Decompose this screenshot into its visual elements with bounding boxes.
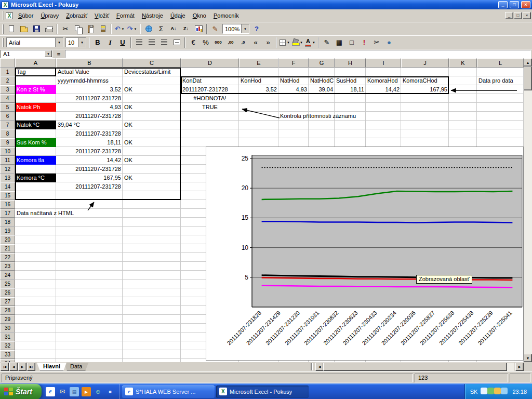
horizontal-scroll-thumb[interactable]: [323, 363, 507, 371]
cell-B2[interactable]: yyyymmdd-hhmmss: [56, 76, 123, 85]
cell-B3[interactable]: 3,52: [56, 85, 123, 94]
custom-tool-4-button[interactable]: !: [358, 37, 370, 48]
row-header-27[interactable]: 27: [0, 297, 15, 306]
cell-L2[interactable]: Data pro data: [477, 76, 524, 85]
font-size-combo-dropdown-icon[interactable]: ▼: [78, 38, 86, 47]
taskbar-clock[interactable]: 23:18: [512, 389, 527, 395]
row-header-9[interactable]: 9: [0, 138, 15, 147]
cell-A17[interactable]: Data načítaná z HTML: [15, 209, 75, 218]
cell-B11[interactable]: 14,42: [56, 156, 123, 165]
help-button[interactable]: ?: [251, 23, 262, 35]
row-header-20[interactable]: 20: [0, 235, 15, 244]
column-header-C[interactable]: C: [123, 58, 181, 68]
workbook-close-button[interactable]: ×: [523, 12, 531, 19]
fill-color-dropdown-icon[interactable]: ▼: [300, 41, 303, 44]
cell-B8[interactable]: 20111207-231728: [56, 129, 123, 138]
insert-hyperlink-button[interactable]: [143, 23, 154, 35]
quick-launch-app-icon[interactable]: ■: [105, 387, 115, 396]
standard-toolbar-grip[interactable]: [2, 24, 4, 34]
tray-icon-1[interactable]: [481, 388, 487, 394]
font-color-dropdown-icon[interactable]: ▼: [312, 41, 315, 44]
row-header-28[interactable]: 28: [0, 306, 15, 315]
custom-tool-3-button[interactable]: □: [346, 37, 357, 48]
row-header-14[interactable]: 14: [0, 182, 15, 191]
column-header-F[interactable]: F: [278, 58, 309, 68]
cell-B6[interactable]: 20111207-231728: [56, 112, 123, 121]
cell-E3[interactable]: 3,52: [239, 85, 278, 94]
cell-F2[interactable]: NatHod: [278, 76, 309, 85]
borders-dropdown-icon[interactable]: ▼: [287, 41, 290, 44]
format-painter-button[interactable]: [97, 23, 109, 35]
zoom-combo[interactable]: 100%▼: [222, 24, 249, 34]
font-size-combo[interactable]: 10▼: [65, 37, 86, 47]
last-sheet-button[interactable]: ▶|: [27, 363, 35, 371]
quick-launch-desk-icon[interactable]: ▤: [70, 387, 79, 396]
cell-G2[interactable]: NatHodC: [309, 76, 335, 85]
row-header-17[interactable]: 17: [0, 209, 15, 218]
tray-icon-3[interactable]: [494, 388, 501, 394]
cell-A13[interactable]: Komora °C: [15, 174, 56, 182]
sort-descending-button[interactable]: Z↓: [180, 23, 192, 35]
cell-B10[interactable]: 20111207-231728: [56, 147, 123, 156]
undo-dropdown-icon[interactable]: ▼: [121, 28, 124, 31]
redo-button[interactable]: ↷▼: [126, 23, 138, 35]
menubar-grip[interactable]: [3, 11, 4, 20]
row-header-2[interactable]: 2: [0, 76, 15, 85]
percent-style-button[interactable]: %: [200, 37, 211, 48]
redo-dropdown-icon[interactable]: ▼: [134, 28, 137, 31]
decrease-indent-button[interactable]: «: [250, 37, 261, 48]
row-header-22[interactable]: 22: [0, 253, 15, 262]
cell-D5[interactable]: TRUE: [181, 103, 239, 112]
workbook-icon[interactable]: X: [6, 12, 13, 19]
menu-data[interactable]: Údaje: [167, 11, 189, 20]
cell-I2[interactable]: KomoraHod: [366, 76, 401, 85]
zoom-combo-dropdown-icon[interactable]: ▼: [241, 24, 249, 33]
cell-B4[interactable]: 20111207-231728: [56, 94, 123, 103]
column-header-G[interactable]: G: [309, 58, 335, 68]
taskbar-task-1[interactable]: eS*HALA WEB Server ...: [122, 385, 215, 398]
row-header-11[interactable]: 11: [0, 156, 15, 165]
close-button[interactable]: ×: [521, 1, 530, 8]
row-header-21[interactable]: 21: [0, 244, 15, 253]
currency-style-button[interactable]: €: [188, 37, 199, 48]
fill-color-button[interactable]: ▼: [291, 37, 303, 48]
cell-B5[interactable]: 4,93: [56, 103, 123, 112]
column-header-J[interactable]: J: [401, 58, 449, 68]
cell-G3[interactable]: 39,04: [309, 85, 335, 94]
scroll-up-button[interactable]: ▲: [524, 58, 532, 66]
quick-launch-msgr-icon[interactable]: ☺: [94, 387, 103, 396]
open-folder-button[interactable]: [18, 23, 30, 35]
chart-wizard-button[interactable]: [193, 23, 204, 35]
grid-body[interactable]: TagActual ValueDevicestatus/Limityyyymmd…: [15, 68, 524, 362]
embedded-chart[interactable]: 51015202520111207-23182820111207-2314292…: [206, 147, 524, 361]
increase-indent-button[interactable]: »: [262, 37, 274, 48]
undo-button[interactable]: ↶▼: [114, 23, 125, 35]
underline-button[interactable]: U: [117, 37, 128, 48]
taskbar-task-2[interactable]: XMicrosoft Excel - Pokusy: [216, 385, 309, 398]
cell-A1[interactable]: Tag: [15, 68, 56, 76]
align-center-button[interactable]: [146, 37, 157, 48]
start-button[interactable]: Štart: [0, 384, 42, 399]
row-header-30[interactable]: 30: [0, 324, 15, 332]
row-header-18[interactable]: 18: [0, 218, 15, 227]
sheet-tab-hlavni[interactable]: Hlavni: [37, 363, 66, 371]
cell-I3[interactable]: 14,42: [366, 85, 401, 94]
first-sheet-button[interactable]: |◀: [1, 363, 9, 371]
cell-B13[interactable]: 167,95: [56, 174, 123, 182]
workbook-minimize-button[interactable]: _: [505, 12, 513, 19]
row-header-4[interactable]: 4: [0, 94, 15, 103]
row-header-26[interactable]: 26: [0, 288, 15, 297]
language-indicator[interactable]: SK: [470, 389, 478, 395]
row-header-5[interactable]: 5: [0, 103, 15, 112]
row-header-15[interactable]: 15: [0, 191, 15, 200]
row-header-7[interactable]: 7: [0, 121, 15, 129]
row-header-29[interactable]: 29: [0, 315, 15, 324]
cell-J3[interactable]: 167,95: [401, 85, 449, 94]
restore-button[interactable]: □: [510, 1, 519, 8]
row-header-1[interactable]: 1: [0, 68, 15, 76]
cell-C13[interactable]: OK: [123, 174, 181, 182]
cell-B1[interactable]: Actual Value: [56, 68, 123, 76]
horizontal-scrollbar[interactable]: [323, 363, 514, 371]
name-box[interactable]: A1 ▼: [1, 50, 52, 58]
borders-button[interactable]: ▼: [279, 37, 290, 48]
